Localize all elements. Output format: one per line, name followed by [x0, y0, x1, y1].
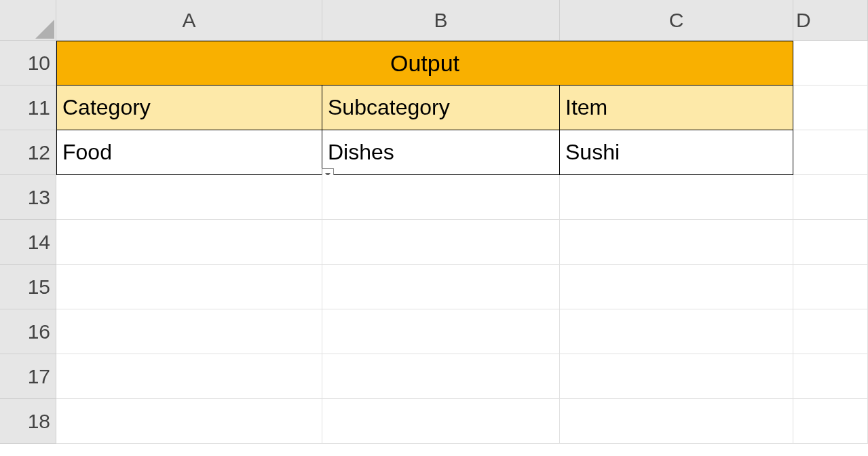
cell-D16[interactable]	[793, 309, 868, 354]
cell-B17[interactable]	[322, 354, 560, 399]
cell-C18[interactable]	[560, 399, 793, 444]
row-header-11[interactable]: 11	[0, 86, 56, 130]
cell-A16[interactable]	[56, 309, 322, 354]
cell-data-subcategory[interactable]: Dishes	[322, 130, 560, 175]
cell-value: Dishes	[328, 140, 394, 165]
row-header-10[interactable]: 10	[0, 41, 56, 86]
cell-B18[interactable]	[322, 399, 560, 444]
cell-header-category[interactable]: Category	[56, 86, 322, 130]
row-header-16[interactable]: 16	[0, 309, 56, 354]
cell-D13[interactable]	[793, 175, 868, 220]
cell-B16[interactable]	[322, 309, 560, 354]
cell-B13[interactable]	[322, 175, 560, 220]
spreadsheet-grid: A B C D 10 Output 11 Category Subcategor…	[0, 0, 868, 444]
cell-D17[interactable]	[793, 354, 868, 399]
row-header-17[interactable]: 17	[0, 354, 56, 399]
cell-B15[interactable]	[322, 265, 560, 309]
cell-A18[interactable]	[56, 399, 322, 444]
cell-C15[interactable]	[560, 265, 793, 309]
cell-A13[interactable]	[56, 175, 322, 220]
cell-data-item[interactable]: Sushi	[560, 130, 793, 175]
cell-D12[interactable]	[793, 130, 868, 175]
cell-D11[interactable]	[793, 86, 868, 130]
cell-A14[interactable]	[56, 220, 322, 265]
row-header-13[interactable]: 13	[0, 175, 56, 220]
row-header-14[interactable]: 14	[0, 220, 56, 265]
cell-header-item[interactable]: Item	[560, 86, 793, 130]
cell-header-subcategory[interactable]: Subcategory	[322, 86, 560, 130]
cell-D10[interactable]	[793, 41, 868, 86]
col-header-C[interactable]: C	[560, 0, 793, 41]
cell-A17[interactable]	[56, 354, 322, 399]
row-header-12[interactable]: 12	[0, 130, 56, 175]
cell-A15[interactable]	[56, 265, 322, 309]
cell-C16[interactable]	[560, 309, 793, 354]
cell-C17[interactable]	[560, 354, 793, 399]
col-header-A[interactable]: A	[56, 0, 322, 41]
row-header-18[interactable]: 18	[0, 399, 56, 444]
select-all-corner[interactable]	[0, 0, 56, 41]
cell-C14[interactable]	[560, 220, 793, 265]
cell-D18[interactable]	[793, 399, 868, 444]
col-header-B[interactable]: B	[322, 0, 560, 41]
cell-B14[interactable]	[322, 220, 560, 265]
cell-data-category[interactable]: Food	[56, 130, 322, 175]
cell-output-title[interactable]: Output	[56, 41, 793, 86]
cell-D15[interactable]	[793, 265, 868, 309]
cell-D14[interactable]	[793, 220, 868, 265]
cell-C13[interactable]	[560, 175, 793, 220]
col-header-D[interactable]: D	[793, 0, 868, 41]
row-header-15[interactable]: 15	[0, 265, 56, 309]
